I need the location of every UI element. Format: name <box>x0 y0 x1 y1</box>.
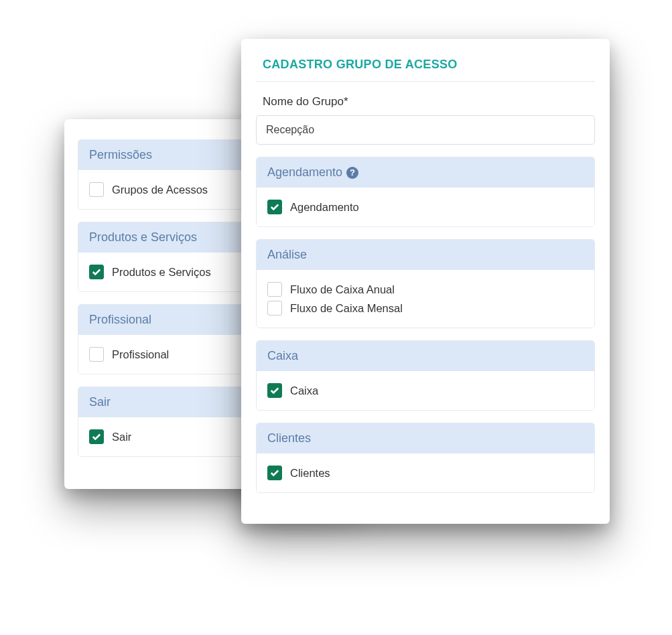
group-agendamento: Agendamento ? Agendamento <box>256 157 595 227</box>
checkbox-sair[interactable] <box>89 429 104 444</box>
checkbox-grupos-de-acessos[interactable] <box>89 182 104 197</box>
group-body: Fluxo de Caixa Anual Fluxo de Caixa Mens… <box>257 270 594 328</box>
group-title: Permissões <box>89 148 152 162</box>
group-title: Clientes <box>267 431 311 445</box>
permission-label: Caixa <box>290 384 318 397</box>
permission-row: Clientes <box>267 466 584 480</box>
group-title: Agendamento <box>267 165 342 180</box>
group-title: Produtos e Serviços <box>89 230 197 244</box>
checkbox-clientes[interactable] <box>267 466 282 480</box>
permission-label: Fluxo de Caixa Mensal <box>290 302 403 315</box>
group-caixa: Caixa Caixa <box>256 340 595 411</box>
checkbox-produtos-servicos[interactable] <box>89 265 104 279</box>
group-title: Caixa <box>267 349 298 363</box>
group-clientes: Clientes Clientes <box>256 423 595 493</box>
page-title: CADASTRO GRUPO DE ACESSO <box>256 58 595 72</box>
permission-label: Clientes <box>290 467 330 480</box>
group-body: Caixa <box>257 371 594 410</box>
group-body: Clientes <box>257 453 594 492</box>
checkbox-fluxo-caixa-mensal[interactable] <box>267 301 282 315</box>
group-title: Sair <box>89 395 111 409</box>
permission-label: Agendamento <box>290 201 359 214</box>
group-header: Caixa <box>257 341 594 371</box>
group-analise: Análise Fluxo de Caixa Anual Fluxo de Ca… <box>256 239 595 328</box>
permission-label: Sair <box>112 431 131 443</box>
group-title: Análise <box>267 248 307 262</box>
group-header: Agendamento ? <box>257 157 594 188</box>
group-body: Agendamento <box>257 188 594 226</box>
permission-label: Produtos e Serviços <box>112 266 211 279</box>
permission-label: Profissional <box>112 348 169 361</box>
group-title: Profissional <box>89 313 151 327</box>
access-group-form-card: CADASTRO GRUPO DE ACESSO Nome do Grupo* … <box>241 39 610 524</box>
permission-label: Grupos de Acessos <box>112 184 208 196</box>
group-name-label: Nome do Grupo* <box>256 95 595 109</box>
permission-row: Fluxo de Caixa Mensal <box>267 301 584 315</box>
group-header: Análise <box>257 240 594 270</box>
permission-label: Fluxo de Caixa Anual <box>290 283 395 296</box>
checkbox-caixa[interactable] <box>267 383 282 398</box>
permission-row: Caixa <box>267 383 584 398</box>
permission-row: Fluxo de Caixa Anual <box>267 282 584 297</box>
group-header: Clientes <box>257 423 594 453</box>
checkbox-fluxo-caixa-anual[interactable] <box>267 282 282 297</box>
help-icon[interactable]: ? <box>346 167 358 179</box>
checkbox-agendamento[interactable] <box>267 200 282 214</box>
divider <box>256 81 595 82</box>
checkbox-profissional[interactable] <box>89 347 104 362</box>
permission-row: Agendamento <box>267 200 584 214</box>
group-name-input[interactable] <box>256 115 595 145</box>
